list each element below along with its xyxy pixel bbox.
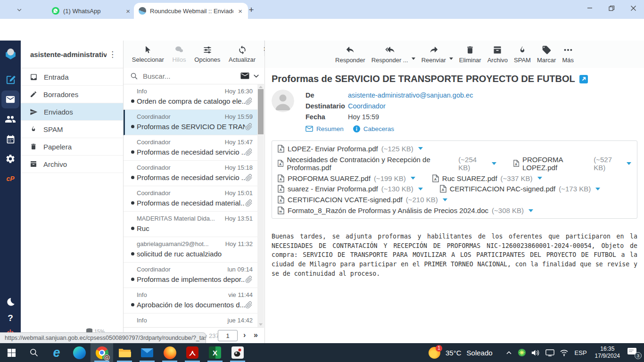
attachment-menu-caret[interactable] [411, 177, 415, 180]
taskbar-explorer-button[interactable] [113, 343, 136, 362]
open-in-new-window-icon[interactable] [579, 75, 588, 83]
to-contact-link[interactable]: Coordinador [348, 102, 386, 110]
message-row-selected[interactable]: CoordinadorHoy 15:59 Proformas de SERVIC… [124, 110, 257, 135]
help-button[interactable]: ? [8, 313, 13, 323]
sidebar-item-borradores[interactable]: Borradores [21, 86, 123, 103]
language-indicator[interactable]: ESP [575, 349, 587, 356]
taskbar-edge-button[interactable] [68, 343, 91, 362]
taskbar-java-app-button[interactable] [226, 343, 249, 362]
attachment-menu-caret[interactable] [595, 188, 600, 190]
sidebar-item-spam[interactable]: SPAM [21, 121, 123, 138]
threads-button[interactable]: Hilos [173, 45, 186, 63]
sidebar-item-papelera[interactable]: Papelera [21, 138, 123, 156]
reply-options-caret[interactable] [412, 58, 415, 60]
attachment-link[interactable]: A CERTIFICACION PAC-signed.pdf (~173 KB) [440, 185, 600, 193]
taskbar-ie-button[interactable]: e [45, 343, 68, 362]
taskbar-acrobat-button[interactable] [181, 343, 204, 362]
last-page-button[interactable]: » [254, 331, 258, 339]
contacts-button[interactable] [0, 109, 21, 129]
close-window-button[interactable] [622, 0, 644, 16]
weather-button[interactable]: 1 [429, 347, 440, 359]
close-tab-icon[interactable]: × [125, 7, 131, 15]
attachment-link[interactable]: A Necesidades de Contratación y Recepció… [278, 156, 496, 172]
reply-all-button[interactable]: Responder ... [372, 45, 408, 64]
restore-button[interactable] [601, 0, 622, 16]
taskbar-firefox-button[interactable] [158, 343, 181, 362]
attachment-menu-caret[interactable] [443, 198, 447, 201]
refresh-list-button[interactable]: Actualizar [229, 45, 256, 63]
mail-nav-button[interactable] [1, 90, 19, 108]
attachment-link[interactable]: w Formato_8_Razón de Proformas y Análisi… [278, 206, 533, 214]
search-scope-mail-icon[interactable] [240, 73, 249, 80]
forward-button[interactable]: Reenviar [421, 45, 446, 64]
forward-options-caret[interactable] [449, 58, 453, 60]
attachment-menu-caret[interactable] [492, 162, 496, 165]
tab-search-button[interactable] [14, 5, 25, 15]
message-row[interactable]: Coordinadorlun 09:14 Proformas de implem… [124, 263, 257, 288]
taskbar-search-button[interactable] [23, 343, 45, 362]
mark-button[interactable]: Marcar [537, 45, 556, 64]
antivirus-icon[interactable] [518, 348, 526, 357]
scroll-down-icon[interactable] [259, 323, 263, 326]
attachment-link[interactable]: A PROFORMA LOPEZ.pdf (~527 KB) [513, 156, 631, 172]
taskbar-mail-button[interactable] [136, 343, 158, 362]
dark-mode-button[interactable] [5, 297, 16, 307]
message-row[interactable]: CoordinadorHoy 15:18 Proformas de necesi… [124, 161, 257, 186]
taskbar-chrome-button[interactable]: G [91, 343, 113, 362]
message-row[interactable]: CoordinadorHoy 15:47 Proformas de necesi… [124, 135, 257, 161]
attachment-menu-caret[interactable] [528, 209, 533, 212]
attachment-link[interactable]: A Ruc SUAREZ.pdf (~337 KB) [432, 174, 542, 182]
headers-link[interactable]: Cabeceras [353, 125, 394, 132]
attachment-link[interactable]: A suarez - Enviar Proforma.pdf (~130 KB) [278, 185, 423, 193]
message-row[interactable]: MADERITAS Material Dida...Hoy 13:51 Ruc [124, 212, 257, 237]
select-button[interactable]: Seleccionar [132, 45, 164, 63]
page-input[interactable] [218, 330, 238, 341]
minimize-button[interactable] [579, 0, 601, 16]
sidebar-item-archivo[interactable]: Archivo [21, 156, 123, 173]
spam-button[interactable]: SPAM [514, 45, 531, 64]
attachment-menu-caret[interactable] [418, 147, 423, 150]
calendar-button[interactable] [0, 129, 21, 149]
close-tab-icon[interactable]: × [237, 7, 243, 15]
cpanel-button[interactable]: cP [0, 169, 21, 189]
next-page-button[interactable]: › [243, 331, 246, 339]
message-row[interactable]: gabrielaguamani29@hot...Hoy 11:32 solici… [124, 237, 257, 263]
clock[interactable]: 16:35 17/9/2024 [595, 346, 620, 360]
reply-button[interactable]: Responder [335, 45, 365, 64]
action-center-button[interactable]: 3 [627, 347, 639, 358]
scrollbar-thumb[interactable] [258, 89, 264, 134]
account-menu-icon[interactable]: ⋮ [107, 49, 118, 59]
message-row[interactable]: CoordinadorHoy 15:01 Proformas de necesi… [124, 186, 257, 212]
more-button[interactable]: Más [562, 45, 574, 64]
message-row[interactable]: InfoHoy 16:30 Orden de compra de catalog… [124, 84, 257, 110]
attachment-menu-caret[interactable] [418, 188, 423, 190]
search-options-chevron-icon[interactable] [253, 73, 259, 79]
search-input[interactable] [142, 72, 237, 81]
tray-chevron-up-icon[interactable] [505, 349, 512, 356]
cast-display-icon[interactable] [545, 349, 554, 356]
sidebar-item-enviados[interactable]: Enviados [21, 103, 123, 121]
options-button[interactable]: Opciones [194, 45, 220, 63]
wifi-icon[interactable] [560, 349, 569, 356]
weather-condition[interactable]: Soleado [467, 349, 493, 357]
sidebar-item-entrada[interactable]: Entrada [21, 68, 123, 86]
message-row[interactable]: Infojue 14:42 [124, 313, 257, 327]
archive-button[interactable]: Archivo [487, 45, 508, 64]
new-tab-button[interactable]: + [246, 5, 256, 15]
message-row[interactable]: Infovie 11:44 Aprobación de los document… [124, 288, 257, 313]
attachment-link[interactable]: A CERTIFICACION VCATE-signed.pdf (~210 K… [278, 196, 447, 204]
tab-whatsapp[interactable]: (1) WhatsApp × [47, 3, 136, 19]
summary-link[interactable]: Resumen [305, 125, 344, 132]
attachment-link[interactable]: A LOPEZ- Enviar Proforma.pdf (~125 KB) [278, 145, 423, 153]
settings-button[interactable] [0, 149, 21, 169]
start-button[interactable] [0, 343, 23, 362]
tab-roundcube[interactable]: Roundcube Webmail :: Enviados × [134, 3, 248, 19]
from-address-link[interactable]: asistente-administrativo@sanjuan.gob.ec [348, 91, 473, 99]
volume-icon[interactable] [531, 349, 540, 357]
scroll-up-icon[interactable] [259, 86, 263, 88]
attachment-menu-caret[interactable] [627, 162, 631, 165]
delete-button[interactable]: Eliminar [459, 45, 481, 64]
attachment-link[interactable]: A PROFORMA SUAREZ.pdf (~199 KB) [278, 174, 415, 182]
list-scrollbar[interactable] [257, 84, 264, 327]
taskbar-excel-button[interactable]: X [204, 343, 226, 362]
